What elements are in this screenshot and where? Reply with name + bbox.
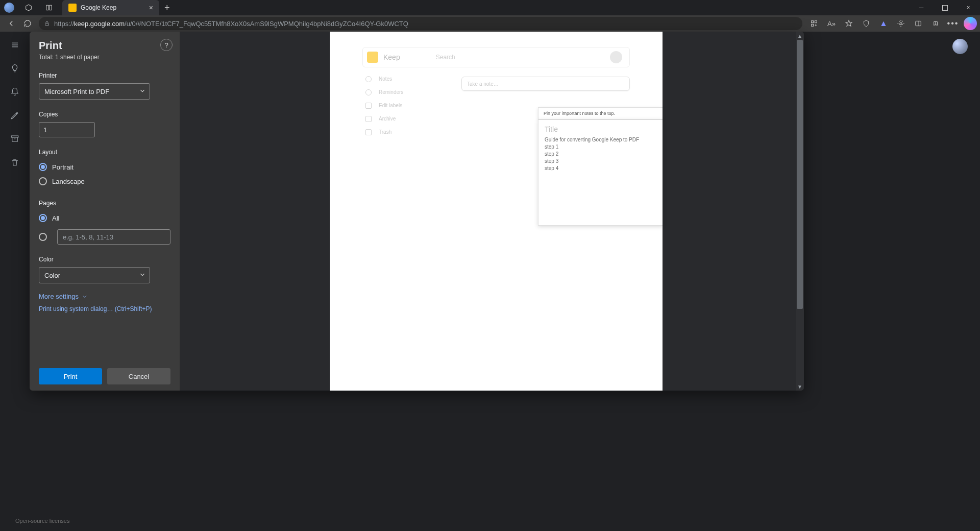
extension-badge-icon[interactable]: ▲ [875, 15, 892, 32]
radio-icon [39, 177, 47, 185]
preview-keep-name: Keep [383, 53, 400, 61]
printer-dropdown[interactable]: Microsoft Print to PDF [39, 83, 150, 100]
nav-item: Trash [379, 126, 391, 139]
preview-note-title: Title [538, 120, 663, 136]
nav-item: Edit labels [379, 99, 402, 112]
print-title: Print [39, 40, 170, 52]
pages-all-label: All [52, 214, 59, 222]
note-step: step 4 [545, 165, 656, 172]
keep-favicon-icon [68, 4, 77, 12]
pages-all-radio[interactable]: All [39, 214, 170, 222]
color-value: Color [39, 267, 150, 283]
url-text: https://keep.google.com/u/0/#NOTE/1tCF7_… [54, 20, 408, 28]
more-settings-link[interactable]: More settings [39, 293, 170, 300]
tab-actions-icon[interactable] [44, 3, 54, 13]
nav-item: Reminders [379, 86, 403, 99]
color-dropdown[interactable]: Color [39, 267, 150, 283]
print-preview-pane: Keep Search Notes Reminders Edit labels … [180, 32, 804, 391]
svg-rect-6 [812, 24, 814, 26]
preview-avatar-icon [610, 51, 622, 63]
scroll-thumb[interactable] [797, 40, 803, 309]
preview-nav: Notes Reminders Edit labels Archive Tras… [365, 73, 403, 139]
preview-note-body: Guide for converting Google Keep to PDF … [538, 136, 663, 172]
nav-icon [365, 116, 372, 122]
preview-tooltip: Pin your important notes to the top. [538, 107, 663, 119]
svg-rect-13 [11, 136, 18, 137]
close-tab-icon[interactable]: × [149, 4, 153, 12]
layout-label: Layout [39, 149, 170, 156]
print-total: Total: 1 sheet of paper [39, 54, 170, 61]
hamburger-icon[interactable] [0, 35, 30, 55]
pages-custom-radio[interactable] [39, 233, 47, 241]
print-button[interactable]: Print [39, 368, 102, 384]
split-screen-icon[interactable] [910, 15, 927, 32]
cancel-button[interactable]: Cancel [107, 368, 170, 384]
note-step: step 3 [545, 158, 656, 165]
svg-rect-5 [815, 21, 817, 23]
account-avatar-icon[interactable] [952, 39, 968, 54]
layout-portrait-label: Portrait [52, 163, 74, 171]
maximize-button[interactable] [933, 0, 957, 15]
pages-range-input[interactable] [57, 229, 170, 245]
tracking-prevention-icon[interactable] [857, 15, 875, 32]
back-button[interactable] [3, 15, 19, 32]
note-step: step 1 [545, 143, 656, 151]
open-source-link[interactable]: Open-source licenses [15, 518, 69, 524]
minimize-button[interactable]: ─ [910, 0, 933, 15]
bell-icon[interactable] [5, 82, 25, 102]
chevron-down-icon [82, 294, 88, 300]
address-bar[interactable]: https://keep.google.com/u/0/#NOTE/1tCF7_… [39, 17, 802, 30]
nav-icon [365, 76, 372, 82]
browser-tab[interactable]: Google Keep × [62, 0, 159, 15]
close-window-button[interactable]: × [957, 0, 980, 15]
keep-logo-icon [367, 52, 378, 63]
menu-button[interactable]: ••• [944, 15, 962, 32]
system-dialog-link[interactable]: Print using system dialog… (Ctrl+Shift+P… [39, 305, 170, 312]
collections-icon[interactable] [927, 15, 944, 32]
layout-portrait-radio[interactable]: Portrait [39, 163, 170, 171]
pencil-icon[interactable] [5, 105, 25, 126]
settings-gear-icon[interactable] [892, 15, 910, 32]
system-dialog-label: Print using system dialog… (Ctrl+Shift+P… [39, 305, 152, 312]
pages-label: Pages [39, 200, 170, 207]
copilot-icon[interactable] [964, 17, 977, 30]
app-area: ? Print Total: 1 sheet of paper Printer … [0, 32, 980, 531]
refresh-button[interactable] [19, 15, 36, 32]
scroll-down-icon[interactable]: ▼ [796, 382, 804, 391]
scroll-up-icon[interactable]: ▲ [796, 32, 804, 40]
archive-icon[interactable] [5, 129, 25, 149]
browser-toolbar: https://keep.google.com/u/0/#NOTE/1tCF7_… [0, 15, 980, 32]
copies-label: Copies [39, 111, 170, 118]
svg-rect-4 [812, 21, 814, 23]
nav-icon [365, 89, 372, 95]
lock-icon [44, 20, 50, 27]
preview-scrollbar[interactable]: ▲ ▼ [796, 32, 804, 391]
help-icon[interactable]: ? [160, 39, 173, 51]
apps-icon[interactable] [805, 15, 823, 32]
svg-point-7 [900, 22, 902, 25]
preview-keep-search: Search [436, 54, 455, 61]
read-aloud-icon[interactable]: A» [823, 15, 840, 32]
window-titlebar: Google Keep × + ─ × [0, 0, 980, 15]
trash-icon[interactable] [5, 152, 25, 173]
more-settings-label: More settings [39, 293, 79, 300]
favorites-icon[interactable] [840, 15, 857, 32]
svg-rect-0 [46, 5, 49, 10]
svg-rect-1 [50, 5, 52, 10]
workspaces-icon[interactable] [23, 3, 34, 13]
svg-rect-3 [45, 23, 49, 26]
color-label: Color [39, 256, 170, 263]
profile-avatar-icon[interactable] [4, 3, 14, 13]
preview-note-card: Title Guide for converting Google Keep t… [538, 119, 663, 226]
bulb-icon[interactable] [5, 58, 25, 79]
radio-checked-icon [39, 214, 47, 222]
new-tab-button[interactable]: + [164, 3, 170, 13]
preview-page: Keep Search Notes Reminders Edit labels … [330, 32, 663, 391]
printer-label: Printer [39, 72, 170, 79]
layout-landscape-radio[interactable]: Landscape [39, 177, 170, 185]
note-step: step 2 [545, 151, 656, 158]
copies-input[interactable] [39, 122, 95, 137]
preview-take-note: Take a note… [461, 77, 630, 91]
layout-landscape-label: Landscape [52, 178, 85, 185]
nav-icon [365, 103, 372, 109]
